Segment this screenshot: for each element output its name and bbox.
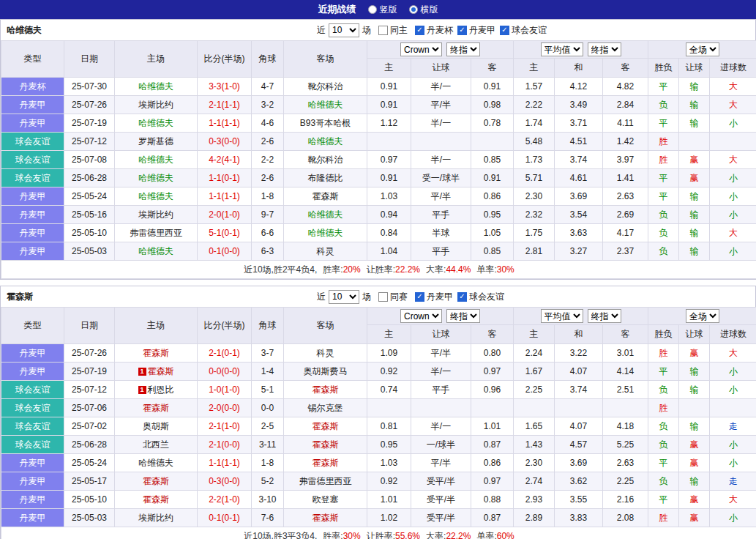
home-team-link[interactable]: 弗雷德里西亚 <box>130 228 182 238</box>
score-link[interactable]: 2-0(1-0) <box>209 209 240 220</box>
away-team-link[interactable]: 霍森斯 <box>312 191 339 201</box>
col-header-type: 类型 <box>1 308 64 344</box>
home-team-link[interactable]: 罗斯基德 <box>138 136 173 146</box>
away-team-link[interactable]: 哈维德夫 <box>308 228 343 238</box>
same-filter[interactable]: 同主 <box>378 24 408 37</box>
home-team-link[interactable]: 埃斯比约 <box>138 100 173 110</box>
radio-horizontal-icon[interactable] <box>409 5 418 14</box>
score-link[interactable]: 5-1(0-1) <box>209 228 240 238</box>
checkbox-icon[interactable]: ✓ <box>457 292 467 302</box>
score-link[interactable]: 2-1(1-0) <box>209 421 240 431</box>
score-link[interactable]: 2-2(1-0) <box>209 494 240 505</box>
score-link[interactable]: 1-1(1-1) <box>209 458 240 468</box>
league-filter[interactable]: ✓球会友谊 <box>500 24 547 37</box>
away-team-link[interactable]: 霍森斯 <box>312 513 339 523</box>
checkbox-icon[interactable] <box>378 26 388 35</box>
home-team-link[interactable]: 埃斯比约 <box>138 209 173 220</box>
league-filter[interactable]: ✓丹麦杯 <box>415 24 453 37</box>
score-link[interactable]: 2-0(0-0) <box>209 403 240 413</box>
score-link[interactable]: 1-1(0-1) <box>209 173 240 183</box>
checkbox-icon[interactable]: ✓ <box>457 26 467 35</box>
away-team-link[interactable]: 奥胡斯费马 <box>304 366 348 376</box>
score-link[interactable]: 0-1(0-0) <box>209 246 240 256</box>
score-link[interactable]: 2-1(0-0) <box>209 439 240 450</box>
league-filter[interactable]: ✓丹麦甲 <box>415 291 453 303</box>
away-team-link[interactable]: B93哥本哈根 <box>300 118 351 128</box>
away-team-link[interactable]: 弗雷德里西亚 <box>299 476 352 486</box>
checkbox-icon[interactable]: ✓ <box>415 292 424 302</box>
away-team-link[interactable]: 哈维德夫 <box>308 100 343 110</box>
away-team-link[interactable]: 科灵 <box>317 348 334 358</box>
away-team-link[interactable]: 欧登塞 <box>312 494 339 505</box>
home-team-link[interactable]: 奥胡斯 <box>143 421 169 431</box>
scope-select[interactable]: 全场 <box>686 309 719 323</box>
layout-radio-vertical[interactable]: 竖版 <box>368 4 397 16</box>
away-team-link[interactable]: 哈维德夫 <box>308 209 343 220</box>
match-type-cell: 丹麦甲 <box>1 187 64 206</box>
radio-vertical-icon[interactable] <box>368 5 377 14</box>
recent-count-select[interactable]: 10 <box>329 290 359 304</box>
away-team-link[interactable]: 锡尔克堡 <box>308 403 343 413</box>
home-team-link[interactable]: 哈维德夫 <box>138 118 173 128</box>
score-link[interactable]: 1-1(1-1) <box>209 191 240 201</box>
home-team-link[interactable]: 哈维德夫 <box>138 191 173 201</box>
away-team-link[interactable]: 霍森斯 <box>312 421 339 431</box>
away-team-link[interactable]: 霍森斯 <box>312 384 339 395</box>
score-link[interactable]: 2-1(0-1) <box>209 348 240 358</box>
away-team-link[interactable]: 科灵 <box>317 246 334 256</box>
away-team-link[interactable]: 靴尔科治 <box>308 81 343 92</box>
home-team-link[interactable]: 霍森斯 <box>143 348 169 358</box>
layout-radio-horizontal[interactable]: 横版 <box>409 4 438 16</box>
home-team-link[interactable]: 霍森斯 <box>148 366 174 376</box>
checkbox-icon[interactable]: ✓ <box>500 26 509 35</box>
away-team-link[interactable]: 霍森斯 <box>312 458 339 468</box>
home-team-link[interactable]: 霍森斯 <box>143 403 169 413</box>
same-filter[interactable]: 同赛 <box>378 291 408 303</box>
score-link[interactable]: 2-1(1-1) <box>209 100 240 110</box>
handicap-cell: 半/一 <box>411 417 471 436</box>
score-link[interactable]: 0-0(0-0) <box>209 366 240 376</box>
score-link[interactable]: 3-3(1-0) <box>209 81 240 92</box>
away-team-link[interactable]: 靴尔科治 <box>308 155 343 165</box>
home-team-link[interactable]: 埃斯比约 <box>138 513 173 523</box>
away-team-link[interactable]: 哈维德夫 <box>308 136 343 146</box>
home-team-link[interactable]: 霍森斯 <box>143 494 169 505</box>
recent-count-select[interactable]: 10 <box>329 23 359 37</box>
average-select[interactable]: 平均值 <box>541 309 583 323</box>
home-team-link[interactable]: 利恩比 <box>148 384 174 395</box>
avg-stage-select[interactable]: 终指 <box>588 42 621 56</box>
checkbox-icon[interactable] <box>378 292 388 302</box>
avg-stage-select[interactable]: 终指 <box>588 309 621 323</box>
home-team-link[interactable]: 北西兰 <box>143 439 169 450</box>
checkbox-icon[interactable]: ✓ <box>415 26 424 35</box>
score-link[interactable]: 1-1(1-1) <box>209 118 240 128</box>
home-team-link[interactable]: 哈维德夫 <box>138 458 173 468</box>
home-team-link[interactable]: 哈维德夫 <box>138 173 173 183</box>
home-team-link[interactable]: 哈维德夫 <box>138 155 173 165</box>
bookmaker-select[interactable]: Crown <box>400 309 442 323</box>
handicap-result-cell: 赢 <box>679 151 710 169</box>
score-link[interactable]: 1-0(1-0) <box>209 384 240 395</box>
home-team-link[interactable]: 哈维德夫 <box>138 246 173 256</box>
score-cell: 5-1(0-1) <box>198 224 252 242</box>
goals-cell: 小 <box>710 242 756 261</box>
odds-stage-select[interactable]: 终指 <box>446 42 480 56</box>
handicap-cell: 受平/半 <box>411 491 471 509</box>
bookmaker-select[interactable]: Crown <box>400 42 442 56</box>
odds-stage-select[interactable]: 终指 <box>446 309 480 323</box>
score-link[interactable]: 0-1(0-1) <box>209 513 240 523</box>
home-team-link[interactable]: 哈维德夫 <box>138 81 173 92</box>
league-filter[interactable]: ✓球会友谊 <box>457 291 504 303</box>
home-team-link[interactable]: 霍森斯 <box>143 476 169 486</box>
score-link[interactable]: 0-3(0-0) <box>209 136 240 146</box>
league-filter[interactable]: ✓丹麦甲 <box>457 24 495 37</box>
scope-select[interactable]: 全场 <box>686 42 719 56</box>
away-team-link[interactable]: 霍森斯 <box>312 439 339 450</box>
away-team-link[interactable]: 布隆德比 <box>308 173 343 183</box>
score-cell: 2-0(1-0) <box>198 206 252 224</box>
average-select[interactable]: 平均值 <box>541 42 583 56</box>
score-link[interactable]: 4-2(4-1) <box>209 155 240 165</box>
odds-away-cell: 1.01 <box>471 417 514 436</box>
col-header-score: 比分(半场) <box>198 41 252 78</box>
score-link[interactable]: 0-3(0-0) <box>209 476 240 486</box>
